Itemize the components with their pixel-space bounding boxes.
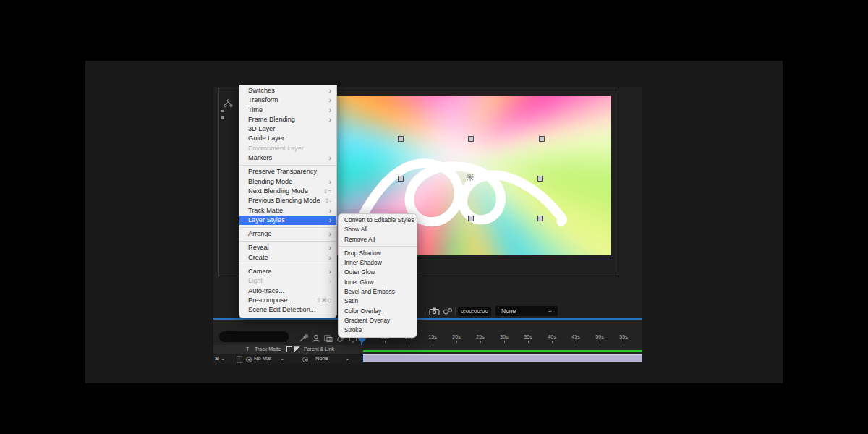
ruler-label: 25s: [474, 333, 487, 341]
panel-tick-icon: [221, 116, 224, 119]
panel-tick-icon: [221, 110, 224, 112]
toolbar-divider: [425, 307, 425, 315]
timeline-search-box[interactable]: [219, 331, 289, 342]
menu-separator: [239, 241, 336, 242]
menu-item-blending-mode[interactable]: Blending Mode›: [239, 177, 336, 187]
menu-item-previous-blending-mode[interactable]: Previous Blending Mode⇧-: [239, 196, 336, 205]
track-matte-dropdown[interactable]: No Mat: [254, 354, 271, 364]
chevron-down-icon: ⌄: [547, 305, 553, 315]
menu-separator: [239, 227, 336, 228]
column-header-parent-link: Parent & Link: [304, 345, 334, 354]
menu-item-reveal[interactable]: Reveal›: [239, 243, 336, 252]
menu-item-light: Light›: [239, 276, 336, 286]
menu-item-next-blending-mode[interactable]: Next Blending Mode⇧=: [239, 187, 336, 196]
chevron-down-icon: ⌄: [221, 355, 226, 362]
submenu-item-outer-glow[interactable]: Outer Glow: [339, 268, 417, 277]
menu-separator: [239, 165, 336, 166]
submenu-item-remove-all[interactable]: Remove All: [339, 235, 417, 244]
toggle-switch-icon[interactable]: [246, 357, 252, 362]
snapshot-camera-icon[interactable]: [429, 307, 440, 315]
chevron-right-icon: ›: [329, 95, 331, 105]
matte-toggle-icon[interactable]: [286, 346, 292, 352]
ruler-label: 50s: [593, 333, 606, 341]
submenu-item-show-all[interactable]: Show All: [339, 225, 417, 234]
submenu-item-color-overlay[interactable]: Color Overlay: [339, 307, 417, 316]
submenu-item-convert-to-editable-styles[interactable]: Convert to Editable Styles: [339, 216, 417, 225]
chevron-right-icon: ›: [329, 206, 331, 216]
chevron-right-icon: ›: [329, 253, 331, 263]
parent-pickwhip-icon[interactable]: [302, 357, 308, 362]
blend-mode-dropdown[interactable]: al ⌄: [215, 354, 226, 364]
menu-item-environment-layer: Environment Layer: [239, 144, 336, 153]
menu-separator: [239, 265, 336, 265]
shy-layers-icon[interactable]: [324, 334, 333, 343]
menu-item-layer-styles[interactable]: Layer Styles›: [239, 216, 336, 225]
layer-styles-submenu: Convert to Editable Styles Show All Remo…: [338, 213, 417, 338]
ruler-label: 55s: [617, 333, 630, 341]
menu-item-frame-blending[interactable]: Frame Blending›: [239, 115, 336, 124]
matte-dropdown-value: None: [501, 306, 516, 316]
menu-item-preserve-transparency[interactable]: Preserve Transparency: [239, 167, 336, 176]
submenu-item-satin[interactable]: Satin: [339, 297, 417, 306]
submenu-item-drop-shadow[interactable]: Drop Shadow: [339, 249, 417, 258]
menu-item-pre-compose[interactable]: Pre-compose...⇧⌘C: [239, 296, 336, 305]
menu-item-create[interactable]: Create›: [239, 253, 336, 263]
ruler-label: 45s: [569, 333, 582, 341]
ruler-label: 20s: [450, 333, 463, 341]
selection-handle[interactable]: [537, 216, 543, 221]
layer-row-controls: al ⌄ No Mat ⌄ None ⌄: [213, 354, 362, 364]
chevron-right-icon: ›: [329, 106, 331, 115]
menu-item-scene-edit-detection[interactable]: Scene Edit Detection...: [239, 305, 336, 315]
selection-handle[interactable]: [468, 136, 474, 142]
show-snapshot-icon[interactable]: [443, 307, 453, 315]
menu-item-arrange[interactable]: Arrange›: [239, 229, 336, 239]
menu-item-3d-layer[interactable]: 3D Layer: [239, 124, 336, 134]
draft-3d-icon[interactable]: [312, 334, 320, 343]
layer-color-chip[interactable]: [237, 356, 242, 363]
current-time-field[interactable]: 0:00:00:00: [458, 307, 491, 316]
submenu-item-inner-glow[interactable]: Inner Glow: [339, 278, 417, 287]
matte-invert-toggle-icon[interactable]: [294, 346, 299, 352]
menu-separator: [339, 246, 417, 247]
menu-item-guide-layer[interactable]: Guide Layer: [239, 134, 336, 143]
chevron-right-icon: ›: [329, 267, 331, 276]
track-area: [362, 345, 642, 354]
submenu-item-gradient-overlay[interactable]: Gradient Overlay: [339, 316, 417, 326]
selection-handle[interactable]: [539, 136, 545, 142]
chevron-right-icon: ›: [329, 177, 331, 187]
chevron-right-icon: ›: [329, 276, 331, 286]
layer-context-menu: Switches› Transform› Time› Frame Blendin…: [239, 85, 337, 318]
ruler-ticks: [361, 341, 630, 343]
selection-handle[interactable]: [468, 216, 474, 221]
submenu-item-inner-shadow[interactable]: Inner Shadow: [339, 258, 417, 268]
timeline-column-headers: T Track Matte Parent & Link: [213, 345, 362, 354]
menu-item-camera[interactable]: Camera›: [239, 267, 336, 276]
matte-dropdown[interactable]: None ⌄: [495, 306, 558, 316]
ruler-label: 15s: [426, 333, 439, 341]
mini-flowchart-icon[interactable]: [224, 99, 233, 108]
anchor-point-icon: [466, 173, 475, 182]
submenu-item-bevel-and-emboss[interactable]: Bevel and Emboss: [339, 287, 417, 297]
column-header-t: T: [246, 345, 249, 354]
chevron-right-icon: ›: [329, 86, 331, 95]
chevron-right-icon: ›: [329, 153, 331, 163]
selection-handle[interactable]: [398, 136, 404, 142]
menu-item-track-matte[interactable]: Track Matte›: [239, 206, 336, 216]
ruler-label: 35s: [522, 333, 535, 341]
composition-flowchart-icon[interactable]: [299, 334, 308, 343]
menu-item-switches[interactable]: Switches›: [239, 86, 336, 95]
chevron-right-icon: ›: [329, 229, 331, 239]
submenu-item-stroke[interactable]: Stroke: [339, 326, 417, 335]
parent-link-dropdown[interactable]: None: [315, 354, 328, 364]
menu-item-transform[interactable]: Transform›: [239, 95, 336, 105]
menu-item-auto-trace[interactable]: Auto-trace...: [239, 286, 336, 296]
menu-item-time[interactable]: Time›: [239, 106, 336, 115]
toolbar-divider: [455, 307, 456, 315]
chevron-down-icon: ⌄: [280, 354, 284, 364]
ruler-label: 40s: [545, 333, 558, 341]
screenshot-root: 0 0:00:00:00 None ⌄ 0s: [0, 0, 868, 434]
selection-handle[interactable]: [398, 176, 404, 182]
layer-duration-bar[interactable]: [363, 354, 642, 362]
menu-item-markers[interactable]: Markers›: [239, 153, 336, 163]
selection-handle[interactable]: [537, 176, 543, 182]
